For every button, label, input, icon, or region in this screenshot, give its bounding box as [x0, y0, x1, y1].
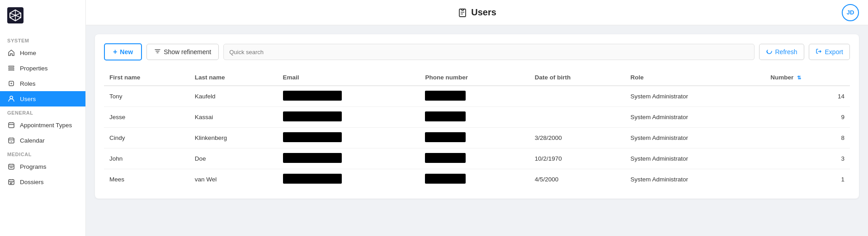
- refresh-icon: [766, 48, 773, 56]
- table-row[interactable]: Jesse Kassai System Administrator 9: [104, 107, 850, 128]
- sidebar-item-properties[interactable]: Properties: [0, 60, 85, 76]
- cell-email: [278, 169, 420, 190]
- refresh-button[interactable]: Refresh: [759, 44, 804, 60]
- new-button-label: New: [120, 48, 133, 56]
- cell-email: [278, 128, 420, 148]
- export-icon: [816, 48, 822, 56]
- cell-last-name: Doe: [189, 148, 278, 169]
- cell-phone: [420, 107, 529, 128]
- sidebar-item-users[interactable]: Users: [0, 91, 85, 106]
- cell-phone: [420, 86, 529, 107]
- search-input[interactable]: [223, 44, 754, 60]
- cell-number: 1: [765, 169, 850, 190]
- cell-phone: [420, 128, 529, 148]
- cell-last-name: Kaufeld: [189, 86, 278, 107]
- cell-number: 8: [765, 128, 850, 148]
- sidebar-item-roles-label: Roles: [20, 80, 36, 87]
- sidebar-item-users-label: Users: [20, 96, 36, 102]
- cell-role: System Administrator: [625, 128, 765, 148]
- page-title: Users: [471, 7, 496, 18]
- col-email: Email: [278, 69, 420, 86]
- svg-rect-6: [9, 123, 14, 128]
- export-button[interactable]: Export: [809, 44, 850, 60]
- cell-last-name: van Wel: [189, 169, 278, 190]
- home-icon: [7, 49, 15, 57]
- sidebar-item-programs[interactable]: Programs: [0, 159, 85, 174]
- svg-rect-1: [9, 66, 14, 67]
- main-area: Users JD + New Show refinement: [86, 0, 868, 236]
- table-row[interactable]: Tony Kaufeld System Administrator 14: [104, 86, 850, 107]
- system-section-label: System: [0, 34, 85, 45]
- export-button-label: Export: [825, 48, 843, 56]
- calendar-icon: [7, 136, 15, 144]
- cell-number: 3: [765, 148, 850, 169]
- users-table: First name Last name Email Phone number …: [104, 69, 850, 190]
- sidebar-item-appointment-types-label: Appointment Types: [20, 122, 72, 129]
- sidebar-item-programs-label: Programs: [20, 163, 47, 170]
- clipboard-icon: [458, 8, 467, 18]
- users-icon: [7, 95, 15, 103]
- cell-role: System Administrator: [625, 169, 765, 190]
- table-row[interactable]: Cindy Klinkenberg 3/28/2000 System Admin…: [104, 128, 850, 148]
- dossiers-icon: [7, 178, 15, 186]
- show-refinement-button[interactable]: Show refinement: [146, 44, 219, 60]
- cell-number: 9: [765, 107, 850, 128]
- page-title-container: Users: [458, 7, 496, 18]
- medical-section-label: Medical: [0, 148, 85, 159]
- svg-rect-9: [9, 164, 14, 169]
- content-area: + New Show refinement: [86, 25, 868, 236]
- sidebar: System Home Properties Roles: [0, 0, 86, 236]
- sidebar-item-home-label: Home: [20, 50, 36, 56]
- cell-dob: 3/28/2000: [529, 128, 625, 148]
- cell-role: System Administrator: [625, 148, 765, 169]
- content-card: + New Show refinement: [95, 34, 859, 199]
- refinement-icon: [154, 48, 161, 56]
- general-section-label: General: [0, 106, 85, 117]
- cell-dob: 4/5/2000: [529, 169, 625, 190]
- col-role: Role: [625, 69, 765, 86]
- sidebar-item-calendar[interactable]: Calendar: [0, 133, 85, 148]
- svg-rect-3: [9, 69, 14, 70]
- col-last-name: Last name: [189, 69, 278, 86]
- sidebar-logo: [0, 7, 85, 34]
- refresh-button-label: Refresh: [775, 48, 797, 56]
- cell-phone: [420, 169, 529, 190]
- col-number: Number ⇅: [765, 69, 850, 86]
- cell-email: [278, 148, 420, 169]
- col-date-of-birth: Date of birth: [529, 69, 625, 86]
- svg-point-5: [10, 96, 13, 99]
- new-button[interactable]: + New: [104, 43, 142, 60]
- sidebar-item-roles[interactable]: Roles: [0, 76, 85, 91]
- refinement-button-label: Show refinement: [164, 48, 211, 56]
- cell-first-name: John: [104, 148, 189, 169]
- col-first-name: First name: [104, 69, 189, 86]
- cell-role: System Administrator: [625, 86, 765, 107]
- sidebar-item-home[interactable]: Home: [0, 45, 85, 60]
- cell-first-name: Cindy: [104, 128, 189, 148]
- appointment-icon: [7, 121, 15, 129]
- toolbar: + New Show refinement: [104, 43, 850, 60]
- sidebar-item-appointment-types[interactable]: Appointment Types: [0, 117, 85, 133]
- number-filter-icon[interactable]: ⇅: [797, 75, 801, 80]
- cell-last-name: Kassai: [189, 107, 278, 128]
- properties-icon: [7, 64, 15, 72]
- cell-dob: 10/2/1970: [529, 148, 625, 169]
- sidebar-item-calendar-label: Calendar: [20, 137, 45, 144]
- svg-rect-2: [9, 68, 14, 69]
- cell-first-name: Mees: [104, 169, 189, 190]
- cell-role: System Administrator: [625, 107, 765, 128]
- table-row[interactable]: Mees van Wel 4/5/2000 System Administrat…: [104, 169, 850, 190]
- svg-point-8: [11, 141, 12, 142]
- cell-phone: [420, 148, 529, 169]
- programs-icon: [7, 162, 15, 171]
- col-phone-number: Phone number: [420, 69, 529, 86]
- app-logo-icon: [7, 7, 24, 23]
- sidebar-item-dossiers[interactable]: Dossiers: [0, 174, 85, 190]
- cell-first-name: Tony: [104, 86, 189, 107]
- cell-email: [278, 107, 420, 128]
- table-row[interactable]: John Doe 10/2/1970 System Administrator …: [104, 148, 850, 169]
- user-avatar[interactable]: JD: [842, 4, 859, 21]
- cell-dob: [529, 86, 625, 107]
- sidebar-item-dossiers-label: Dossiers: [20, 179, 44, 185]
- cell-last-name: Klinkenberg: [189, 128, 278, 148]
